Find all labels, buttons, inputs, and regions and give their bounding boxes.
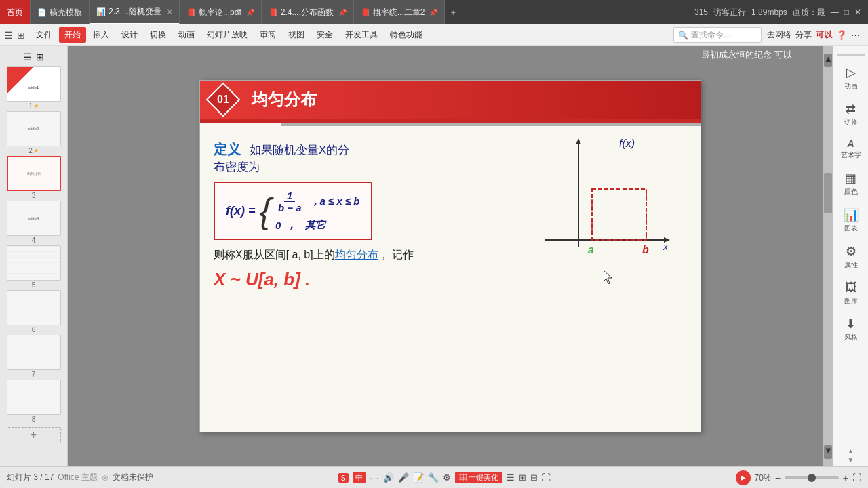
new-tab-button[interactable]: + (445, 7, 461, 18)
chart-panel-btn[interactable]: 📊 图表 (835, 203, 867, 237)
menu-insert[interactable]: 插入 (87, 26, 115, 43)
search-bar[interactable]: 🔍 查找命令... (673, 27, 762, 43)
lang-label: 中 (353, 472, 366, 483)
menu-slideshow[interactable]: 幻灯片放映 (201, 26, 253, 43)
gallery-panel-btn[interactable]: 🖼 图库 (835, 277, 867, 310)
scroll-down-icon[interactable]: ▼ (848, 456, 854, 464)
scroll-up-icon[interactable]: ▲ (848, 447, 854, 455)
keyi-label[interactable]: 可以 (816, 29, 832, 41)
gallery-icon: 🖼 (845, 281, 857, 295)
slide-body: 定义 如果随机变量X的分 布密度为 f(x) = { 1 (200, 128, 701, 432)
tab-random-var[interactable]: 📊 2.3....随机变量 ✕ (90, 0, 180, 24)
spell-icon[interactable]: 📝 (413, 472, 424, 483)
slide-thumb-2[interactable]: slide2 2 ★ (7, 111, 61, 155)
then-line: 则称X服从区间[ a, b]上的均匀分布， 记作 (214, 248, 511, 262)
list-view-icon[interactable]: ☰ (23, 52, 32, 62)
beautify-btn[interactable]: ▦ 一键美化 (455, 472, 502, 483)
help-icon[interactable]: ❓ (836, 30, 847, 40)
panel-icon[interactable]: ⊟ (530, 472, 538, 483)
artword-panel-btn[interactable]: A 艺术字 (835, 134, 867, 164)
pin-icon2: 📌 (338, 9, 347, 16)
speaker-icon[interactable]: 🔊 (383, 472, 394, 483)
transition-label: 切换 (844, 118, 858, 127)
scrollbar-thumb[interactable] (824, 173, 832, 214)
slide-thumb-8[interactable]: 8 (7, 380, 61, 423)
lang-icon[interactable]: S (338, 473, 349, 483)
menu-security[interactable]: 安全 (311, 26, 338, 43)
network-icon[interactable]: 去网络 (767, 29, 791, 41)
color-panel-btn[interactable]: ▦ 颜色 (835, 167, 867, 201)
search-placeholder: 查找命令... (691, 29, 730, 41)
menu-transition[interactable]: 切换 (144, 26, 172, 43)
style-icon: ⬇ (846, 317, 856, 331)
formula-fx-label: f(x) = (226, 204, 256, 218)
scrollbar-right-panel: ▲ ▼ (848, 447, 854, 464)
vertical-scrollbar[interactable]: ▲ ▼ (823, 46, 833, 466)
formula-case-2: 0 ， 其它 (275, 219, 360, 232)
tab-prob-pdf[interactable]: 📕 概率论...pdf 📌 (180, 0, 262, 24)
fx-axis-label: f(x) (619, 138, 635, 149)
menu-start[interactable]: 开始 (59, 27, 86, 43)
slide-num-8: 8 (32, 415, 36, 423)
zoom-minus-btn[interactable]: − (775, 472, 781, 483)
search-icon: 🔍 (678, 30, 688, 40)
close-icon[interactable]: ✕ (854, 7, 861, 17)
tab-prob-ch2[interactable]: 📕 概率统...二章2 📌 (354, 0, 446, 24)
menu-animation[interactable]: 动画 (173, 26, 200, 43)
b-label: b (642, 244, 649, 256)
fullscreen-icon[interactable]: ⛶ (542, 472, 551, 483)
fit-icon[interactable]: ⛶ (852, 472, 861, 483)
slide-edit-area[interactable]: 最初成永恒的纪念 可以 ▲ ▼ 01 均匀分布 定义 (68, 46, 833, 466)
share-icon[interactable]: 分享 (795, 29, 812, 41)
zoom-thumb[interactable] (808, 474, 816, 482)
slide-thumb-5[interactable]: 5 (7, 245, 61, 289)
scrollbar-down[interactable]: ▼ (824, 445, 832, 459)
menu-icon[interactable]: ☰ (4, 30, 13, 41)
color-label: 颜色 (844, 187, 858, 197)
transition-panel-btn[interactable]: ⇄ 切换 (835, 98, 867, 131)
more-icon[interactable]: ⋯ (851, 30, 860, 40)
menu-design[interactable]: 设计 (116, 26, 143, 43)
prob-pdf-tab-label: 概率论...pdf (199, 7, 241, 18)
slide-thumb-3[interactable]: 均匀分布 3 (7, 156, 61, 199)
add-slide-button[interactable]: + (7, 427, 61, 443)
slide-thumb-1[interactable]: slide1 1 ★ (7, 66, 61, 110)
mic-icon[interactable]: 🎤 (398, 472, 409, 483)
slide-thumb-6[interactable]: 6 (7, 290, 61, 333)
maximize-icon[interactable]: □ (844, 7, 849, 17)
menu-file[interactable]: 文件 (31, 26, 58, 43)
animation-panel-btn[interactable]: ▷ 动画 (835, 61, 867, 95)
frac-denominator: b − a (275, 202, 304, 214)
grid-view-icon[interactable]: ⊞ (36, 52, 44, 62)
play-button[interactable]: ▶ (736, 470, 751, 485)
menu-review[interactable]: 审阅 (254, 26, 281, 43)
zoom-slider[interactable] (785, 476, 839, 479)
properties-panel-btn[interactable]: ⚙ 属性 (835, 240, 867, 274)
tab-dist-func[interactable]: 📕 2.4....分布函数 📌 (262, 0, 354, 24)
status-right: ▶ 70% − + ⛶ (736, 470, 861, 485)
slide-header-bar: 01 均匀分布 (200, 81, 701, 119)
style-panel-btn[interactable]: ⬇ 风格 (835, 312, 867, 346)
toolbar-view-icon[interactable]: ⊞ (17, 30, 25, 41)
minimize-icon[interactable]: — (831, 7, 839, 17)
slide-thumb-7[interactable]: 7 (7, 335, 61, 378)
tab-close-random[interactable]: ✕ (167, 8, 172, 16)
sidebar-header: ☰ ⊞ (20, 49, 47, 65)
animation-label: 动画 (844, 81, 858, 91)
grid-icon[interactable]: ⊞ (519, 472, 526, 483)
scrollbar-up[interactable]: ▲ (824, 54, 832, 67)
tab-home[interactable]: 首页 (0, 0, 31, 24)
extra-icon1[interactable]: ⚙ (443, 472, 451, 483)
theme-label: Office 主题 (58, 472, 97, 483)
menu-developer[interactable]: 开发工具 (340, 26, 383, 43)
definition-block: 定义 如果随机变量X的分 (214, 139, 511, 159)
slide-thumb-4[interactable]: slide4 4 (7, 201, 61, 244)
tools-icon[interactable]: 🔧 (428, 472, 439, 483)
layout-list-icon[interactable]: ☰ (507, 472, 515, 483)
menu-special[interactable]: 特色功能 (384, 26, 428, 43)
zoom-plus-btn[interactable]: + (843, 472, 848, 483)
dot2: · (376, 472, 379, 483)
menu-view[interactable]: 视图 (283, 26, 310, 43)
prob-ch2-tab-label: 概率统...二章2 (373, 7, 425, 18)
tab-template[interactable]: 📄 稿壳模板 (31, 0, 90, 24)
